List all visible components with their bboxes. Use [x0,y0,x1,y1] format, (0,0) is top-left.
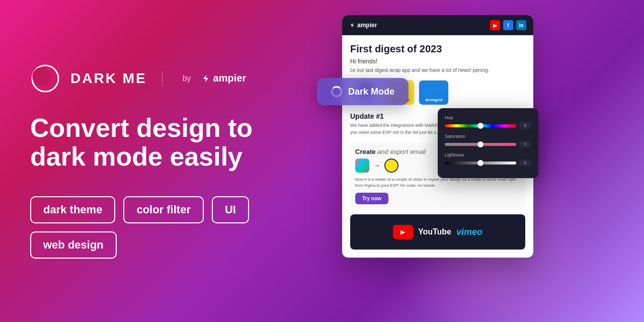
brand-name: DARK ME [70,70,147,87]
sendgrid-label: Sendgrid [425,98,443,102]
lightness-slider[interactable] [445,162,516,165]
youtube-label: YouTube [418,227,451,236]
partner-name: ampier [213,72,247,84]
saturation-slider-container: 0 [445,141,531,147]
hue-row: Hue 0 [445,115,531,129]
svg-marker-3 [351,23,354,28]
by-label: by [183,74,191,83]
logo-area: DARK ME by ampier [30,63,292,94]
sendgrid-shape [428,84,440,96]
dark-mode-button[interactable]: Dark Mode [317,78,409,105]
darkme-logo-icon [30,63,60,94]
try-now-button[interactable]: Try now [355,193,388,204]
hue-slider[interactable] [445,124,516,127]
mailchimp-dest-icon [384,158,398,173]
dark-mode-spinner-icon [331,86,342,97]
svg-point-1 [32,67,50,86]
dark-mode-label: Dark Mode [348,87,394,97]
saturation-thumb [477,141,484,147]
lightness-thumb [477,160,484,166]
right-section: ampier ▶ f in First digest of 2023 Hi fr… [322,0,644,322]
svg-marker-2 [203,75,208,82]
partner-logo: ampier [201,72,247,84]
hue-value: 0 [519,122,531,129]
mockup-bolt-icon [349,22,355,28]
create-title-italic: and export email [377,148,426,155]
ampier-bolt-icon [201,74,210,83]
create-desc: Now it is a matter of a couple of clicks… [355,177,520,189]
youtube-play-icon: ▶ [393,225,413,239]
sendgrid-icon: Sendgrid [419,80,449,105]
youtube-section: ▶ YouTube vimeo [350,214,525,250]
tag-dark-theme[interactable]: dark theme [30,196,115,223]
headline: Convert design to dark mode easily [30,114,292,171]
mockup-header: ampier ▶ f in [342,15,533,35]
hsl-panel: Hue 0 Saturation 0 [438,108,538,178]
mockup-logo-text: ampier [357,22,377,29]
mockup-title: First digest of 2023 [350,43,525,55]
mockup-ampier-logo: ampier [349,22,377,29]
hue-thumb [477,123,484,129]
tag-web-design[interactable]: web design [30,231,117,259]
lightness-label: Lightness [445,152,531,157]
tag-ui[interactable]: UI [212,196,249,223]
page-background: DARK ME by ampier Convert design to dark… [0,0,644,322]
left-section: DARK ME by ampier Convert design to dark… [0,43,322,279]
figma-icon [355,158,369,173]
lightness-slider-container: 0 [445,159,531,166]
social-icons: ▶ f in [490,20,526,30]
youtube-icon[interactable]: ▶ [490,20,500,30]
tags-container: dark theme color filter UI web design [30,196,292,259]
hue-slider-container: 0 [445,122,531,129]
saturation-label: Saturation [445,134,531,139]
saturation-value: 0 [519,141,531,147]
facebook-icon[interactable]: f [503,20,513,30]
create-title-strong: Create [355,148,375,155]
arrow-icon: → [373,162,380,170]
logo-divider [162,71,163,86]
saturation-row: Saturation 0 [445,134,531,147]
tag-color-filter[interactable]: color filter [123,196,204,223]
linkedin-icon[interactable]: in [516,20,526,30]
mockup-intro: ce our last digest wrap app and we have … [350,67,525,74]
vimeo-label: vimeo [456,227,482,237]
saturation-slider[interactable] [445,143,516,146]
lightness-value: 0 [519,159,531,166]
mockup-greeting: Hi friends! [350,58,525,65]
hue-label: Hue [445,115,531,120]
lightness-row: Lightness 0 [445,152,531,166]
